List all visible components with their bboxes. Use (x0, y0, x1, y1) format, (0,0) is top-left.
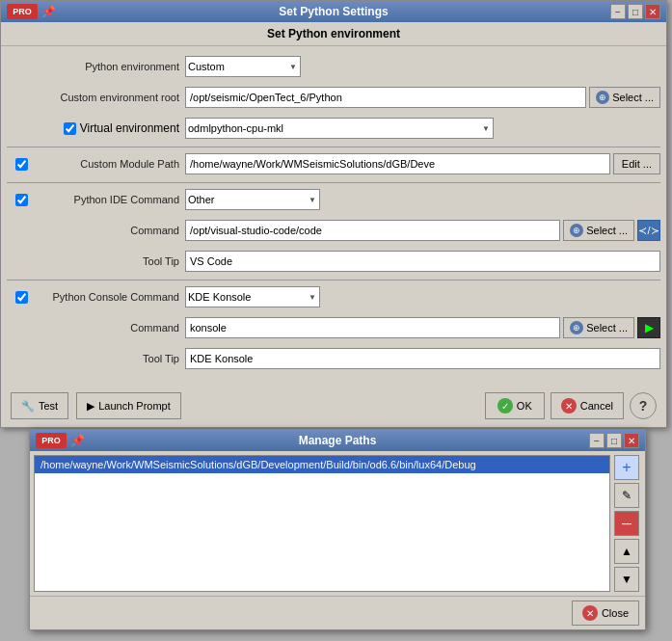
manage-paths-pro-badge: PRO (36, 433, 67, 448)
manage-paths-pin-icon: 📌 (70, 434, 85, 447)
title-bar: PRO 📌 Set Python Settings − □ ✕ (1, 1, 666, 22)
close-button[interactable]: ✕ (645, 4, 660, 19)
custom-module-path-label: Custom Module Path (36, 158, 185, 170)
manage-paths-controls: − □ ✕ (589, 433, 639, 448)
python-ide-select-wrapper: Other VSCode Spyder (185, 189, 320, 210)
window-subtitle: Set Python environment (1, 22, 666, 46)
console-tooltip-input[interactable] (185, 348, 660, 369)
maximize-button[interactable]: □ (628, 4, 643, 19)
virtual-env-select-wrapper: odmlpython-cpu-mkl (185, 118, 494, 139)
ide-command-select-button[interactable]: ⊕ Select ... (563, 220, 634, 241)
virtual-env-label-check: Virtual environment (7, 121, 185, 135)
ide-tooltip-label: Tool Tip (7, 255, 185, 267)
launch-prompt-button[interactable]: ▶ Launch Prompt (76, 392, 181, 419)
virtual-env-row: Virtual environment odmlpython-cpu-mkl (7, 116, 660, 141)
cancel-icon: ✕ (561, 398, 577, 414)
python-ide-checkbox[interactable] (15, 194, 28, 206)
python-ide-row: Python IDE Command Other VSCode Spyder (7, 187, 660, 212)
custom-module-path-input[interactable] (185, 153, 610, 174)
paths-action-buttons: + ✎ — ▲ ▼ (614, 455, 641, 592)
python-console-checkbox[interactable] (15, 291, 28, 304)
help-button[interactable]: ? (630, 392, 657, 419)
manage-paths-maximize-button[interactable]: □ (606, 433, 622, 448)
python-console-label: Python Console Command (36, 291, 185, 303)
custom-module-path-edit-button[interactable]: Edit ... (613, 153, 660, 174)
custom-env-root-row: Custom environment root ⊕ Select ... (7, 85, 660, 110)
custom-env-root-input[interactable] (185, 87, 586, 108)
set-python-window: PRO 📌 Set Python Settings − □ ✕ Set Pyth… (0, 0, 667, 428)
manage-paths-close-btn[interactable]: ✕ Close (572, 601, 639, 626)
python-environment-select[interactable]: Custom System Conda (185, 56, 301, 77)
virtual-env-select[interactable]: odmlpython-cpu-mkl (185, 118, 494, 139)
python-environment-label: Python environment (7, 61, 185, 72)
divider-1 (7, 147, 660, 147)
custom-module-path-checkbox[interactable] (15, 158, 28, 171)
paths-add-button[interactable]: + (614, 455, 639, 480)
console-tooltip-row: Tool Tip (7, 346, 660, 371)
select-icon: ⊕ (596, 91, 609, 104)
python-environment-select-wrapper: Custom System Conda (185, 56, 301, 77)
pin-icon: 📌 (41, 5, 56, 18)
title-bar-left: PRO 📌 (7, 4, 56, 19)
ok-icon: ✓ (497, 398, 513, 414)
paths-content: /home/wayne/Work/WMSeismicSolutions/dGB/… (30, 451, 645, 596)
console-tooltip-label: Tool Tip (7, 353, 185, 364)
divider-3 (7, 280, 660, 280)
paths-up-button[interactable]: ▲ (614, 539, 639, 564)
python-ide-select[interactable]: Other VSCode Spyder (185, 189, 320, 210)
divider-2 (7, 182, 660, 183)
console-command-input[interactable] (185, 317, 560, 338)
python-console-check-col (7, 291, 36, 304)
paths-footer: ✕ Close (30, 596, 645, 629)
manage-paths-close-button[interactable]: ✕ (624, 433, 639, 448)
cancel-button[interactable]: ✕ Cancel (551, 392, 624, 419)
console-command-label: Command (7, 322, 185, 334)
paths-remove-button[interactable]: — (614, 511, 639, 536)
ok-button[interactable]: ✓ OK (485, 392, 545, 419)
python-console-select-wrapper: KDE Konsole xterm gnome-terminal (185, 286, 320, 307)
form-area: Python environment Custom System Conda C… (1, 46, 666, 385)
console-command-row: Command ⊕ Select ... ▶ (7, 315, 660, 340)
ide-select-icon: ⊕ (570, 224, 583, 237)
vscode-button[interactable]: ≺/≻ (637, 220, 660, 241)
pro-badge: PRO (7, 4, 38, 19)
custom-module-path-row: Custom Module Path Edit ... (7, 151, 660, 176)
minimize-button[interactable]: − (610, 4, 626, 19)
console-command-select-button[interactable]: ⊕ Select ... (563, 317, 634, 338)
title-bar-controls: − □ ✕ (610, 4, 660, 19)
ide-tooltip-row: Tool Tip (7, 249, 660, 274)
test-button[interactable]: 🔧 Test (11, 392, 68, 419)
button-row: 🔧 Test ▶ Launch Prompt ✓ OK ✕ Cancel ? (1, 385, 666, 427)
python-environment-row: Python environment Custom System Conda (7, 54, 660, 79)
ide-tooltip-input[interactable] (185, 251, 660, 272)
close-cancel-icon: ✕ (582, 605, 598, 621)
paths-list-item[interactable]: /home/wayne/Work/WMSeismicSolutions/dGB/… (35, 456, 609, 473)
manage-paths-title: Manage Paths (299, 434, 377, 447)
custom-module-path-check-col (7, 158, 36, 171)
python-ide-label: Python IDE Command (36, 194, 185, 205)
manage-paths-title-left: PRO 📌 (36, 433, 85, 448)
terminal-button[interactable]: ▶ (637, 317, 660, 338)
window-title: Set Python Settings (279, 5, 388, 18)
manage-paths-title-bar: PRO 📌 Manage Paths − □ ✕ (30, 430, 645, 451)
paths-list: /home/wayne/Work/WMSeismicSolutions/dGB/… (34, 455, 610, 592)
paths-down-button[interactable]: ▼ (614, 567, 639, 592)
console-select-icon: ⊕ (570, 321, 583, 334)
ide-command-input[interactable] (185, 220, 560, 241)
bottom-right-buttons: ✓ OK ✕ Cancel ? (485, 392, 657, 419)
custom-env-root-label: Custom environment root (7, 92, 185, 103)
manage-paths-minimize-button[interactable]: − (589, 433, 605, 448)
python-ide-check-col (7, 194, 36, 206)
manage-paths-window: PRO 📌 Manage Paths − □ ✕ /home/wayne/Wor… (29, 429, 646, 630)
virtual-env-checkbox[interactable] (64, 122, 76, 135)
python-console-select[interactable]: KDE Konsole xterm gnome-terminal (185, 286, 320, 307)
ide-command-row: Command ⊕ Select ... ≺/≻ (7, 218, 660, 243)
python-console-row: Python Console Command KDE Konsole xterm… (7, 284, 660, 309)
paths-edit-button[interactable]: ✎ (614, 483, 639, 508)
custom-env-root-select-button[interactable]: ⊕ Select ... (589, 87, 660, 108)
ide-command-label: Command (7, 225, 185, 236)
